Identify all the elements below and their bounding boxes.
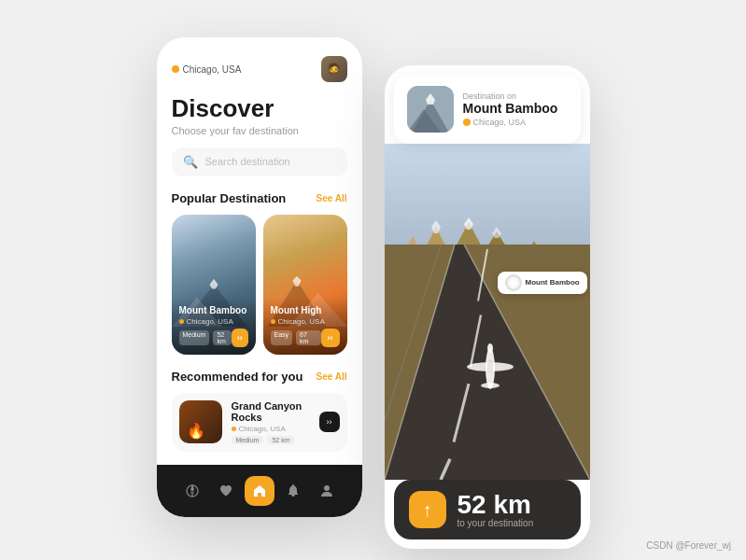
dest-card-high[interactable]: Mount High Chicago, USA Easy 67 km ››: [263, 215, 347, 355]
nav-home-icon[interactable]: [245, 476, 274, 506]
dist-text: 52 km to your destination: [457, 492, 534, 528]
dest-name: Mount Bamboo: [463, 101, 558, 116]
svg-point-33: [481, 383, 500, 388]
svg-marker-5: [292, 276, 301, 287]
svg-marker-20: [492, 227, 501, 238]
location-dot-icon: [172, 65, 179, 73]
dest-header-card: Destination on Mount Bamboo Chicago, USA: [394, 75, 581, 144]
rec-name-0: Grand Canyon Rocks: [232, 400, 310, 423]
svg-rect-35: [487, 359, 493, 372]
dest-thumb-svg: [407, 86, 454, 133]
avatar[interactable]: 🧔: [321, 56, 347, 82]
location-text: Chicago, USA: [183, 64, 242, 75]
rec-info-0: Grand Canyon Rocks Chicago, USA Medium 5…: [232, 400, 310, 444]
card2-diff: Easy: [271, 330, 293, 345]
search-placeholder-text: Search destination: [205, 156, 290, 167]
card1-dist: 52 km: [213, 330, 231, 345]
rec-loc-0: Chicago, USA: [232, 425, 310, 433]
discover-subtitle: Choose your fav destination: [172, 125, 347, 136]
popular-section-header: Popular Destination See All: [172, 191, 347, 205]
card1-tags: Medium 52 km: [179, 330, 232, 345]
popular-cards-row: Mount Bamboo Chicago, USA Medium 52 km ›…: [172, 215, 347, 355]
card1-name: Mount Bamboo: [179, 305, 248, 315]
card2-dist: 67 km: [296, 330, 321, 345]
card2-loc-dot: [271, 319, 275, 324]
rec-fire-icon: 🔥: [187, 422, 205, 440]
svg-marker-18: [431, 220, 441, 233]
nav-compass-icon[interactable]: [177, 476, 207, 506]
rec-see-all[interactable]: See All: [317, 371, 347, 382]
dest-card-bamboo[interactable]: Mount Bamboo Chicago, USA Medium 52 km ›…: [172, 215, 256, 355]
dist-km: 52 km: [457, 492, 534, 518]
road-pin-text: Mount Bamboo: [526, 278, 580, 287]
card2-loc-text: Chicago, USA: [278, 317, 325, 326]
rec-tags-0: Medium 52 km: [232, 436, 310, 444]
nav-person-icon[interactable]: [312, 476, 342, 506]
search-icon: 🔍: [183, 155, 198, 169]
nav-heart-icon[interactable]: [211, 476, 241, 506]
card1-loc-text: Chicago, USA: [187, 317, 233, 326]
dest-on-label: Destination on: [463, 91, 558, 101]
app-container: Chicago, USA 🧔 Discover Choose your fav …: [129, 0, 618, 560]
watermark: CSDN @Forever_wj: [646, 540, 731, 551]
road-area: Mount Bamboo: [385, 144, 590, 480]
card2-arrow-btn[interactable]: ››: [321, 329, 340, 347]
popular-see-all[interactable]: See All: [317, 193, 347, 203]
svg-marker-2: [209, 278, 218, 288]
discover-title: Discover: [172, 95, 347, 122]
card2-info: Mount High Chicago, USA Easy 67 km ››: [263, 298, 347, 355]
rec-diff-0: Medium: [232, 436, 264, 444]
bottom-nav: [157, 465, 362, 517]
card2-meta: Easy 67 km ››: [271, 329, 340, 347]
rec-item-0[interactable]: 🔥 Grand Canyon Rocks Chicago, USA Medium…: [172, 393, 347, 452]
nav-bell-icon[interactable]: [278, 476, 308, 506]
card2-tags: Easy 67 km: [271, 330, 321, 345]
road-location-pin: Mount Bamboo: [498, 272, 587, 294]
dest-loc-text: Chicago, USA: [473, 118, 527, 127]
card1-location: Chicago, USA: [179, 317, 248, 326]
card1-loc-dot: [179, 319, 184, 324]
phone-right: Destination on Mount Bamboo Chicago, USA: [385, 65, 590, 549]
popular-title: Popular Destination: [172, 191, 287, 205]
rec-section-header: Recommended for you See All: [172, 370, 347, 384]
rec-loc-dot-0: [232, 427, 236, 431]
svg-point-7: [324, 485, 330, 491]
rec-title: Recommended for you: [172, 370, 303, 384]
search-bar[interactable]: 🔍 Search destination: [172, 147, 347, 176]
rec-img-0: 🔥: [179, 400, 222, 443]
distance-card: ↑ 52 km to your destination: [394, 480, 581, 539]
left-header: Chicago, USA 🧔: [172, 56, 347, 82]
rec-arrow-btn-0[interactable]: ››: [319, 412, 340, 432]
plane-svg: [462, 331, 518, 406]
card1-meta: Medium 52 km ››: [179, 329, 248, 347]
svg-marker-19: [464, 217, 473, 230]
dest-thumb-img: [407, 86, 454, 133]
dest-header-info: Destination on Mount Bamboo Chicago, USA: [463, 91, 558, 127]
rec-dist-0: 52 km: [267, 436, 294, 444]
card1-diff: Medium: [179, 330, 210, 345]
rec-loc-text-0: Chicago, USA: [239, 425, 286, 433]
card1-arrow-btn[interactable]: ››: [232, 329, 248, 347]
card2-location: Chicago, USA: [271, 317, 340, 326]
location-badge: Chicago, USA: [172, 64, 242, 75]
svg-point-34: [487, 343, 493, 353]
dist-arrow-icon: ↑: [409, 491, 446, 528]
card2-name: Mount High: [271, 305, 340, 315]
dest-loc: Chicago, USA: [463, 118, 558, 127]
dest-loc-dot: [463, 119, 471, 126]
phone-left: Chicago, USA 🧔 Discover Choose your fav …: [157, 37, 362, 517]
dist-label: to your destination: [457, 518, 534, 528]
card1-info: Mount Bamboo Chicago, USA Medium 52 km ›…: [172, 298, 256, 355]
